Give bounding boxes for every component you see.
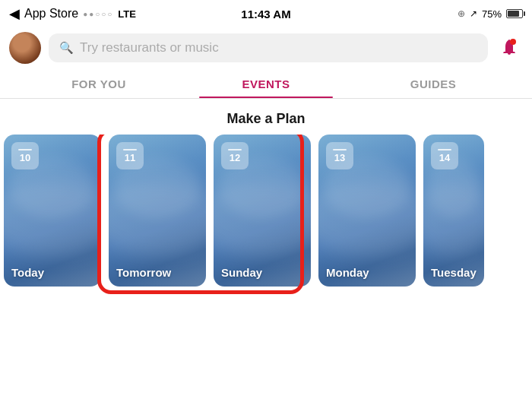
status-bar: ◀ App Store ●●○○○ LTE 11:43 AM ⊕ ↗ 75%	[0, 0, 532, 27]
calendar-icon-sunday: 12	[221, 142, 249, 169]
lock-icon: ⊕	[458, 8, 465, 19]
card-today[interactable]: 10 Today	[4, 135, 101, 287]
section-title: Make a Plan	[0, 99, 532, 135]
notification-bell-button[interactable]	[496, 34, 523, 62]
card-tuesday-label: Tuesday	[431, 266, 477, 279]
avatar-image	[9, 32, 41, 64]
search-area: 🔍 Try restaurants or music	[0, 27, 532, 68]
card-monday[interactable]: 13 Monday	[318, 135, 416, 287]
tab-guides[interactable]: GUIDES	[350, 68, 517, 98]
search-placeholder-text: Try restaurants or music	[80, 40, 219, 55]
card-today-label: Today	[11, 266, 93, 279]
calendar-icon-today: 10	[11, 142, 39, 169]
status-right: ⊕ ↗ 75%	[458, 8, 523, 20]
card-tuesday[interactable]: 14 Tuesday	[423, 135, 484, 287]
search-icon: 🔍	[59, 41, 74, 55]
clock: 11:43 AM	[241, 8, 290, 21]
card-tomorrow-label: Tomorrow	[116, 266, 198, 279]
location-icon: ↗	[470, 8, 477, 19]
avatar[interactable]	[9, 32, 41, 64]
status-left: ◀ App Store ●●○○○ LTE	[9, 5, 136, 22]
calendar-icon-tuesday: 14	[431, 142, 458, 169]
battery-percent: 75%	[482, 8, 502, 20]
tab-bar: FOR YOU EVENTS GUIDES	[0, 68, 532, 99]
card-monday-label: Monday	[326, 266, 408, 279]
calendar-icon-tomorrow: 11	[116, 142, 144, 169]
tab-for-you[interactable]: FOR YOU	[15, 68, 182, 98]
network-label: LTE	[118, 8, 136, 20]
search-bar[interactable]: 🔍 Try restaurants or music	[49, 33, 488, 62]
calendar-icon-monday: 13	[326, 142, 353, 169]
signal-dots: ●●○○○	[83, 10, 113, 18]
card-sunday[interactable]: 12 Sunday	[214, 135, 311, 287]
tab-events[interactable]: EVENTS	[182, 68, 350, 98]
svg-point-0	[510, 39, 516, 45]
battery-icon	[506, 9, 523, 18]
date-cards-container: 10 Today 11 Tomorrow 12 Sunday	[0, 135, 532, 302]
card-sunday-label: Sunday	[221, 266, 303, 279]
back-arrow-icon[interactable]: ◀	[9, 5, 20, 22]
card-tomorrow[interactable]: 11 Tomorrow	[109, 135, 206, 287]
app-store-label: App Store	[24, 7, 78, 21]
